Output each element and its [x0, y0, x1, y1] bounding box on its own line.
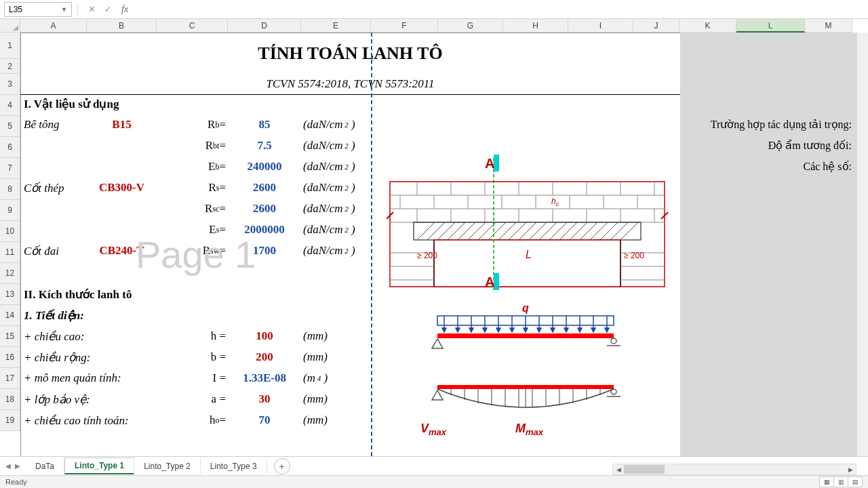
- svg-line-29: [417, 222, 435, 240]
- unit-Rsc: (daN/cm 2 ): [301, 202, 357, 216]
- row-header[interactable]: 14: [0, 305, 20, 326]
- formula-input[interactable]: [131, 2, 864, 17]
- svg-marker-73: [442, 328, 446, 332]
- sheet-tab[interactable]: Linto_Type 3: [201, 459, 267, 474]
- row-header[interactable]: 8: [0, 179, 20, 200]
- svg-marker-85: [524, 328, 528, 332]
- load-diagram: q: [427, 304, 631, 358]
- scroll-right-icon[interactable]: ▶: [845, 464, 856, 474]
- row-header[interactable]: 2: [0, 59, 20, 74]
- col-header[interactable]: I: [568, 19, 633, 33]
- val-Es: 2000000: [228, 223, 301, 237]
- page-subtitle: TCVN 5574:2018, TCVN 5573:2011: [20, 74, 680, 95]
- col-header[interactable]: D: [228, 19, 301, 33]
- page-layout-view-icon[interactable]: ▥: [833, 476, 848, 487]
- row-header[interactable]: 7: [0, 158, 20, 179]
- svg-line-34: [468, 222, 486, 240]
- svg-marker-79: [483, 328, 487, 332]
- col-header[interactable]: F: [371, 19, 438, 33]
- col-header[interactable]: G: [438, 19, 503, 33]
- sheet-tab[interactable]: DaTa: [26, 459, 64, 474]
- row-header[interactable]: 16: [0, 347, 20, 368]
- sheet-nav-arrows[interactable]: ◀▶: [0, 462, 26, 470]
- name-box-dropdown-icon[interactable]: ▼: [61, 6, 67, 13]
- grade-cotthep: CB300-V: [87, 181, 157, 195]
- svg-line-44: [570, 222, 587, 240]
- col-header[interactable]: E: [301, 19, 371, 33]
- moment-diagram: Vmax Mmax: [420, 378, 637, 439]
- svg-marker-93: [578, 328, 582, 332]
- val-Rbt: 7.5: [228, 139, 301, 152]
- val-b: 200: [228, 350, 301, 364]
- row-header[interactable]: 3: [0, 74, 20, 95]
- label-ho: + chiều cao tính toán:: [22, 413, 131, 428]
- scroll-left-icon[interactable]: ◀: [613, 464, 624, 474]
- select-all-button[interactable]: [0, 19, 20, 33]
- row-header[interactable]: 18: [0, 389, 20, 410]
- sheet-tab[interactable]: Linto_Type 2: [134, 459, 201, 474]
- gray-label-1: Trường hợp tác dụng tải trọng:: [711, 118, 852, 131]
- svg-line-38: [509, 222, 526, 240]
- row-header[interactable]: 11: [0, 242, 20, 263]
- row-header[interactable]: 12: [0, 263, 20, 284]
- sym-ho: ho =: [157, 413, 228, 427]
- row-header[interactable]: 19: [0, 410, 20, 431]
- spreadsheet-grid: A B C D E F G H I J K L M 1 2 3 4 5 6 7 …: [0, 19, 868, 456]
- svg-line-49: [620, 222, 638, 240]
- row-header[interactable]: 17: [0, 368, 20, 389]
- sym-Rsc: Rsc =: [157, 202, 228, 216]
- row-header[interactable]: 5: [0, 116, 20, 137]
- fx-icon[interactable]: fx: [121, 4, 128, 15]
- svg-marker-97: [605, 328, 609, 332]
- name-box[interactable]: L35 ▼: [4, 2, 72, 17]
- svg-text:Mmax: Mmax: [515, 422, 544, 437]
- add-sheet-button[interactable]: +: [274, 458, 290, 474]
- vertical-scrollbar[interactable]: [856, 33, 868, 456]
- unit-ho: (mm): [301, 413, 330, 427]
- horizontal-scrollbar[interactable]: ◀ ▶: [612, 464, 856, 475]
- page-break-view-icon[interactable]: ▤: [848, 476, 863, 487]
- unit-Rsw: (daN/cm 2 ): [301, 244, 357, 258]
- col-header[interactable]: K: [679, 19, 736, 33]
- row-header[interactable]: 1: [0, 33, 20, 59]
- val-Rsc: 2600: [228, 202, 301, 216]
- val-I: 1.33E-08: [228, 371, 301, 385]
- label-cotthep: Cốt thép: [22, 181, 66, 195]
- row-header[interactable]: 15: [0, 326, 20, 347]
- svg-marker-91: [564, 328, 568, 332]
- name-box-value: L35: [9, 5, 22, 14]
- val-a: 30: [228, 392, 301, 406]
- cells-area[interactable]: TÍNH TOÁN LANH TÔ TCVN 5574:2018, TCVN 5…: [20, 33, 856, 456]
- col-header[interactable]: M: [805, 19, 852, 33]
- sheet-tab[interactable]: Linto_Type 1: [64, 458, 134, 474]
- col-header[interactable]: L: [736, 19, 805, 33]
- row-header[interactable]: 9: [0, 200, 20, 221]
- normal-view-icon[interactable]: ▦: [819, 476, 834, 487]
- label-I: + mô men quán tính:: [22, 371, 123, 385]
- svg-marker-95: [591, 328, 595, 332]
- label-b: + chiều rộng:: [22, 350, 93, 365]
- row-header[interactable]: 10: [0, 221, 20, 242]
- row-header[interactable]: 13: [0, 284, 20, 305]
- svg-line-36: [488, 222, 506, 240]
- col-header[interactable]: A: [20, 19, 87, 33]
- col-header[interactable]: H: [503, 19, 568, 33]
- svg-marker-103: [432, 390, 443, 400]
- accept-formula-icon[interactable]: ✓: [101, 3, 115, 16]
- label-a: + lớp bảo vệ:: [22, 392, 92, 407]
- val-Rb: 85: [228, 118, 301, 131]
- sym-b: b =: [157, 350, 228, 364]
- formula-bar: L35 ▼ ✕ ✓ fx: [0, 0, 868, 19]
- svg-text:q: q: [522, 304, 529, 314]
- col-header[interactable]: J: [633, 19, 679, 33]
- svg-line-33: [458, 222, 475, 240]
- row-header[interactable]: 4: [0, 95, 20, 116]
- col-header[interactable]: B: [87, 19, 157, 33]
- col-header[interactable]: C: [157, 19, 228, 33]
- row-header[interactable]: 6: [0, 137, 20, 158]
- unit-Rbt: (daN/cm 2 ): [301, 139, 357, 152]
- cancel-formula-icon[interactable]: ✕: [85, 3, 98, 16]
- label-cotdai: Cốt đai: [22, 244, 61, 258]
- scroll-thumb[interactable]: [624, 465, 665, 474]
- svg-line-43: [559, 222, 577, 240]
